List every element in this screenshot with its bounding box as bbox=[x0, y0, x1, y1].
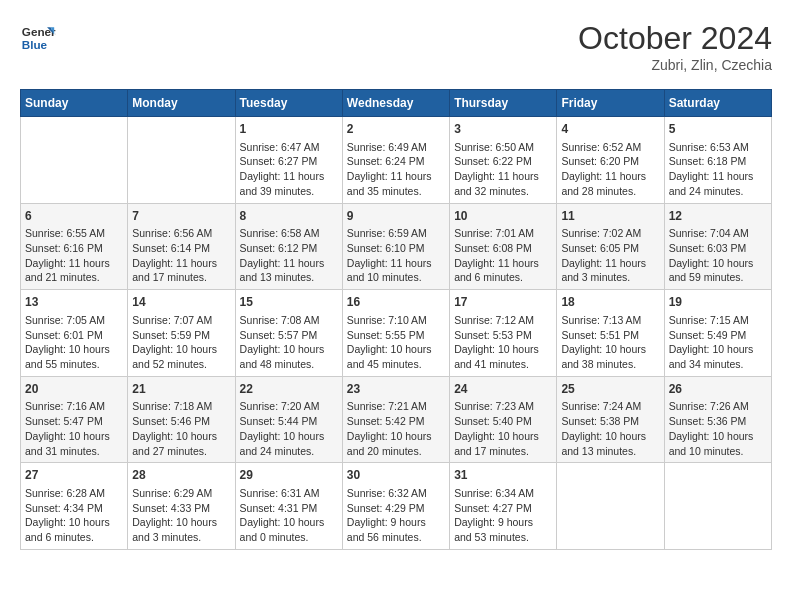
day-number: 16 bbox=[347, 294, 445, 311]
day-number: 10 bbox=[454, 208, 552, 225]
day-number: 22 bbox=[240, 381, 338, 398]
day-number: 2 bbox=[347, 121, 445, 138]
calendar-cell bbox=[128, 117, 235, 204]
day-number: 25 bbox=[561, 381, 659, 398]
day-number: 23 bbox=[347, 381, 445, 398]
logo-icon: General Blue bbox=[20, 20, 56, 56]
weekday-header-thursday: Thursday bbox=[450, 90, 557, 117]
weekday-header-friday: Friday bbox=[557, 90, 664, 117]
calendar-cell: 24Sunrise: 7:23 AM Sunset: 5:40 PM Dayli… bbox=[450, 376, 557, 463]
calendar-cell: 31Sunrise: 6:34 AM Sunset: 4:27 PM Dayli… bbox=[450, 463, 557, 550]
day-info: Sunrise: 7:01 AM Sunset: 6:08 PM Dayligh… bbox=[454, 226, 552, 285]
calendar-week-2: 6Sunrise: 6:55 AM Sunset: 6:16 PM Daylig… bbox=[21, 203, 772, 290]
day-number: 21 bbox=[132, 381, 230, 398]
day-info: Sunrise: 7:15 AM Sunset: 5:49 PM Dayligh… bbox=[669, 313, 767, 372]
calendar-cell: 15Sunrise: 7:08 AM Sunset: 5:57 PM Dayli… bbox=[235, 290, 342, 377]
day-info: Sunrise: 7:20 AM Sunset: 5:44 PM Dayligh… bbox=[240, 399, 338, 458]
day-number: 7 bbox=[132, 208, 230, 225]
day-info: Sunrise: 7:02 AM Sunset: 6:05 PM Dayligh… bbox=[561, 226, 659, 285]
day-info: Sunrise: 7:13 AM Sunset: 5:51 PM Dayligh… bbox=[561, 313, 659, 372]
calendar-cell: 25Sunrise: 7:24 AM Sunset: 5:38 PM Dayli… bbox=[557, 376, 664, 463]
calendar-cell bbox=[557, 463, 664, 550]
page-header: General Blue October 2024 Zubri, Zlin, C… bbox=[20, 20, 772, 73]
day-info: Sunrise: 7:05 AM Sunset: 6:01 PM Dayligh… bbox=[25, 313, 123, 372]
calendar-cell: 11Sunrise: 7:02 AM Sunset: 6:05 PM Dayli… bbox=[557, 203, 664, 290]
day-number: 5 bbox=[669, 121, 767, 138]
calendar-cell: 19Sunrise: 7:15 AM Sunset: 5:49 PM Dayli… bbox=[664, 290, 771, 377]
calendar-week-4: 20Sunrise: 7:16 AM Sunset: 5:47 PM Dayli… bbox=[21, 376, 772, 463]
day-info: Sunrise: 6:47 AM Sunset: 6:27 PM Dayligh… bbox=[240, 140, 338, 199]
month-title: October 2024 bbox=[578, 20, 772, 57]
calendar-cell: 3Sunrise: 6:50 AM Sunset: 6:22 PM Daylig… bbox=[450, 117, 557, 204]
calendar-cell: 23Sunrise: 7:21 AM Sunset: 5:42 PM Dayli… bbox=[342, 376, 449, 463]
day-info: Sunrise: 6:32 AM Sunset: 4:29 PM Dayligh… bbox=[347, 486, 445, 545]
calendar-cell: 21Sunrise: 7:18 AM Sunset: 5:46 PM Dayli… bbox=[128, 376, 235, 463]
calendar-cell: 26Sunrise: 7:26 AM Sunset: 5:36 PM Dayli… bbox=[664, 376, 771, 463]
day-info: Sunrise: 6:31 AM Sunset: 4:31 PM Dayligh… bbox=[240, 486, 338, 545]
calendar-week-3: 13Sunrise: 7:05 AM Sunset: 6:01 PM Dayli… bbox=[21, 290, 772, 377]
calendar-cell: 4Sunrise: 6:52 AM Sunset: 6:20 PM Daylig… bbox=[557, 117, 664, 204]
weekday-header-wednesday: Wednesday bbox=[342, 90, 449, 117]
day-info: Sunrise: 7:26 AM Sunset: 5:36 PM Dayligh… bbox=[669, 399, 767, 458]
day-number: 1 bbox=[240, 121, 338, 138]
day-number: 26 bbox=[669, 381, 767, 398]
day-number: 24 bbox=[454, 381, 552, 398]
weekday-header-saturday: Saturday bbox=[664, 90, 771, 117]
day-number: 31 bbox=[454, 467, 552, 484]
day-number: 18 bbox=[561, 294, 659, 311]
day-number: 3 bbox=[454, 121, 552, 138]
day-info: Sunrise: 7:21 AM Sunset: 5:42 PM Dayligh… bbox=[347, 399, 445, 458]
day-info: Sunrise: 7:12 AM Sunset: 5:53 PM Dayligh… bbox=[454, 313, 552, 372]
day-number: 8 bbox=[240, 208, 338, 225]
calendar-cell: 29Sunrise: 6:31 AM Sunset: 4:31 PM Dayli… bbox=[235, 463, 342, 550]
calendar-cell bbox=[21, 117, 128, 204]
calendar-cell: 18Sunrise: 7:13 AM Sunset: 5:51 PM Dayli… bbox=[557, 290, 664, 377]
day-number: 6 bbox=[25, 208, 123, 225]
day-number: 14 bbox=[132, 294, 230, 311]
calendar-cell: 14Sunrise: 7:07 AM Sunset: 5:59 PM Dayli… bbox=[128, 290, 235, 377]
day-number: 13 bbox=[25, 294, 123, 311]
day-info: Sunrise: 6:56 AM Sunset: 6:14 PM Dayligh… bbox=[132, 226, 230, 285]
calendar-cell: 28Sunrise: 6:29 AM Sunset: 4:33 PM Dayli… bbox=[128, 463, 235, 550]
calendar-cell: 7Sunrise: 6:56 AM Sunset: 6:14 PM Daylig… bbox=[128, 203, 235, 290]
weekday-header-sunday: Sunday bbox=[21, 90, 128, 117]
svg-text:Blue: Blue bbox=[22, 38, 48, 51]
day-number: 17 bbox=[454, 294, 552, 311]
logo: General Blue bbox=[20, 20, 56, 56]
calendar-cell: 16Sunrise: 7:10 AM Sunset: 5:55 PM Dayli… bbox=[342, 290, 449, 377]
day-info: Sunrise: 6:49 AM Sunset: 6:24 PM Dayligh… bbox=[347, 140, 445, 199]
day-number: 12 bbox=[669, 208, 767, 225]
day-number: 20 bbox=[25, 381, 123, 398]
weekday-header-monday: Monday bbox=[128, 90, 235, 117]
day-info: Sunrise: 6:52 AM Sunset: 6:20 PM Dayligh… bbox=[561, 140, 659, 199]
title-block: October 2024 Zubri, Zlin, Czechia bbox=[578, 20, 772, 73]
day-info: Sunrise: 7:08 AM Sunset: 5:57 PM Dayligh… bbox=[240, 313, 338, 372]
day-info: Sunrise: 7:16 AM Sunset: 5:47 PM Dayligh… bbox=[25, 399, 123, 458]
day-info: Sunrise: 7:23 AM Sunset: 5:40 PM Dayligh… bbox=[454, 399, 552, 458]
calendar-cell: 8Sunrise: 6:58 AM Sunset: 6:12 PM Daylig… bbox=[235, 203, 342, 290]
weekday-header-tuesday: Tuesday bbox=[235, 90, 342, 117]
day-info: Sunrise: 7:10 AM Sunset: 5:55 PM Dayligh… bbox=[347, 313, 445, 372]
calendar-cell: 13Sunrise: 7:05 AM Sunset: 6:01 PM Dayli… bbox=[21, 290, 128, 377]
calendar-table: SundayMondayTuesdayWednesdayThursdayFrid… bbox=[20, 89, 772, 550]
calendar-cell: 9Sunrise: 6:59 AM Sunset: 6:10 PM Daylig… bbox=[342, 203, 449, 290]
day-info: Sunrise: 7:18 AM Sunset: 5:46 PM Dayligh… bbox=[132, 399, 230, 458]
calendar-cell bbox=[664, 463, 771, 550]
day-info: Sunrise: 6:59 AM Sunset: 6:10 PM Dayligh… bbox=[347, 226, 445, 285]
day-number: 11 bbox=[561, 208, 659, 225]
calendar-cell: 17Sunrise: 7:12 AM Sunset: 5:53 PM Dayli… bbox=[450, 290, 557, 377]
day-info: Sunrise: 7:04 AM Sunset: 6:03 PM Dayligh… bbox=[669, 226, 767, 285]
calendar-cell: 22Sunrise: 7:20 AM Sunset: 5:44 PM Dayli… bbox=[235, 376, 342, 463]
day-number: 9 bbox=[347, 208, 445, 225]
day-number: 19 bbox=[669, 294, 767, 311]
day-info: Sunrise: 6:55 AM Sunset: 6:16 PM Dayligh… bbox=[25, 226, 123, 285]
day-info: Sunrise: 6:58 AM Sunset: 6:12 PM Dayligh… bbox=[240, 226, 338, 285]
day-info: Sunrise: 6:50 AM Sunset: 6:22 PM Dayligh… bbox=[454, 140, 552, 199]
calendar-week-5: 27Sunrise: 6:28 AM Sunset: 4:34 PM Dayli… bbox=[21, 463, 772, 550]
day-info: Sunrise: 7:24 AM Sunset: 5:38 PM Dayligh… bbox=[561, 399, 659, 458]
calendar-cell: 6Sunrise: 6:55 AM Sunset: 6:16 PM Daylig… bbox=[21, 203, 128, 290]
day-info: Sunrise: 6:28 AM Sunset: 4:34 PM Dayligh… bbox=[25, 486, 123, 545]
svg-text:General: General bbox=[22, 25, 56, 38]
day-info: Sunrise: 6:53 AM Sunset: 6:18 PM Dayligh… bbox=[669, 140, 767, 199]
day-number: 4 bbox=[561, 121, 659, 138]
